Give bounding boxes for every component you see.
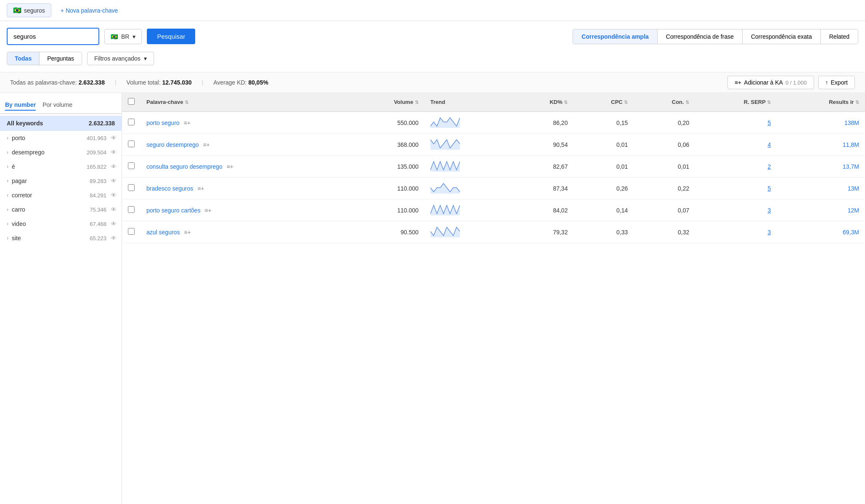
chevron-down-icon: ▾ xyxy=(144,55,147,62)
trend-cell xyxy=(425,156,511,178)
keyword-cell[interactable]: porto seguro ≡+ xyxy=(141,111,348,134)
sort-por-volume[interactable]: Por volume xyxy=(42,100,72,110)
match-tabs: Correspondência ampla Correspondência de… xyxy=(573,29,858,44)
sidebar-item[interactable]: › pagar 89.283 👁 xyxy=(0,174,122,188)
rserp-link[interactable]: 3 xyxy=(767,207,771,214)
volume-cell: 110.000 xyxy=(348,178,425,199)
sidebar-item[interactable]: › corretor 84.291 👁 xyxy=(0,188,122,202)
export-button[interactable]: ↑ Export xyxy=(818,76,855,89)
add-to-list-icon[interactable]: ≡+ xyxy=(204,207,211,214)
new-keyword-button[interactable]: + Nova palavra-chave xyxy=(55,5,124,16)
table-header-row: Palavra-chave ⇅ Volume ⇅ Trend KD% ⇅ CPC xyxy=(122,93,865,111)
row-checkbox[interactable] xyxy=(128,206,135,213)
eye-icon[interactable]: 👁 xyxy=(111,178,117,184)
sort-icon: ⇅ xyxy=(685,100,689,105)
sidebar-item[interactable]: › video 67.468 👁 xyxy=(0,217,122,231)
results-header[interactable]: Results ir ⇅ xyxy=(777,93,865,111)
filter-perguntas[interactable]: Perguntas xyxy=(40,52,82,65)
select-all-checkbox[interactable] xyxy=(128,98,135,105)
sort-by-number[interactable]: By number xyxy=(5,100,36,111)
export-icon: ↑ xyxy=(825,79,828,86)
sidebar-item[interactable]: › carro 75.346 👁 xyxy=(0,202,122,217)
row-checkbox[interactable] xyxy=(128,141,135,147)
con-cell: 0,20 xyxy=(634,111,695,134)
eye-icon[interactable]: 👁 xyxy=(111,220,117,227)
eye-icon[interactable]: 👁 xyxy=(111,163,117,170)
tab-related[interactable]: Related xyxy=(821,29,858,44)
keyword-header[interactable]: Palavra-chave ⇅ xyxy=(141,93,348,111)
country-selector[interactable]: 🇧🇷 BR ▾ xyxy=(104,29,142,44)
eye-icon[interactable]: 👁 xyxy=(111,206,117,213)
sidebar-item-label: carro xyxy=(12,206,90,213)
cpc-header[interactable]: CPC ⇅ xyxy=(573,93,634,111)
rserp-link[interactable]: 2 xyxy=(767,163,771,170)
add-to-list-icon[interactable]: ≡+ xyxy=(226,163,233,170)
results-cell: 13,7M xyxy=(777,156,865,178)
results-link[interactable]: 138M xyxy=(844,119,859,126)
trend-header[interactable]: Trend xyxy=(425,93,511,111)
volume-total-stat: Volume total: 12.745.030 xyxy=(127,79,192,86)
rserp-cell: 5 xyxy=(695,178,777,199)
results-link[interactable]: 13,7M xyxy=(843,163,859,170)
keyword-cell[interactable]: consulta seguro desemprego ≡+ xyxy=(141,156,348,178)
volume-cell: 550.000 xyxy=(348,111,425,134)
results-link[interactable]: 69,3M xyxy=(843,229,859,236)
keyword-cell[interactable]: bradesco seguros ≡+ xyxy=(141,178,348,199)
chevron-right-icon: › xyxy=(7,164,8,170)
results-cell: 13M xyxy=(777,178,865,199)
tab-correspondencia-frase[interactable]: Correspondência de frase xyxy=(658,29,743,44)
eye-icon[interactable]: 👁 xyxy=(111,135,117,141)
con-header[interactable]: Con. ⇅ xyxy=(634,93,695,111)
table-row: bradesco seguros ≡+ 110.000 87,34 0,26 0… xyxy=(122,178,865,199)
rserp-cell: 5 xyxy=(695,111,777,134)
eye-icon[interactable]: 👁 xyxy=(111,149,117,156)
sort-icon: ⇅ xyxy=(564,100,568,105)
add-to-list-icon[interactable]: ≡+ xyxy=(203,141,210,148)
brazil-flag-icon: 🇧🇷 xyxy=(13,6,21,14)
results-link[interactable]: 11,8M xyxy=(843,141,859,148)
add-to-list-icon[interactable]: ≡+ xyxy=(184,119,191,126)
kd-header[interactable]: KD% ⇅ xyxy=(511,93,573,111)
filter-todas[interactable]: Todas xyxy=(7,52,40,65)
tab-label: seguros xyxy=(24,7,45,14)
advanced-filter-button[interactable]: Filtros avançados ▾ xyxy=(87,52,154,65)
sidebar-item[interactable]: › desemprego 209.504 👁 xyxy=(0,145,122,159)
table-row: porto seguro ≡+ 550.000 86,20 0,15 0,20 … xyxy=(122,111,865,134)
keyword-cell[interactable]: azul seguros ≡+ xyxy=(141,221,348,243)
rserp-link[interactable]: 5 xyxy=(767,119,771,126)
all-keywords-item[interactable]: All keywords 2.632.338 xyxy=(0,116,122,131)
table-row: porto seguro cartões ≡+ 110.000 84,02 0,… xyxy=(122,199,865,221)
add-to-ka-icon: ≡+ xyxy=(735,79,741,86)
row-checkbox[interactable] xyxy=(128,184,135,191)
sidebar-item[interactable]: › é 165.822 👁 xyxy=(0,159,122,174)
results-link[interactable]: 13M xyxy=(848,185,859,192)
action-buttons: ≡+ Adicionar à KA 0 / 1.000 ↑ Export xyxy=(727,76,855,89)
eye-icon[interactable]: 👁 xyxy=(111,192,117,199)
keyword-cell[interactable]: seguro desemprego ≡+ xyxy=(141,134,348,156)
volume-header[interactable]: Volume ⇅ xyxy=(348,93,425,111)
add-to-ka-button[interactable]: ≡+ Adicionar à KA 0 / 1.000 xyxy=(727,76,814,89)
seguros-tab[interactable]: 🇧🇷 seguros xyxy=(7,3,51,17)
kd-cell: 86,20 xyxy=(511,111,573,134)
sidebar-item-count: 65.223 xyxy=(90,235,106,241)
tab-correspondencia-exata[interactable]: Correspondência exata xyxy=(743,29,821,44)
rserp-link[interactable]: 5 xyxy=(767,185,771,192)
rserp-link[interactable]: 3 xyxy=(767,229,771,236)
sidebar-item[interactable]: › site 65.223 👁 xyxy=(0,231,122,245)
rserp-header[interactable]: R. SERP ⇅ xyxy=(695,93,777,111)
search-button[interactable]: Pesquisar xyxy=(147,29,195,44)
add-to-list-icon[interactable]: ≡+ xyxy=(197,185,204,192)
eye-icon[interactable]: 👁 xyxy=(111,235,117,241)
row-checkbox[interactable] xyxy=(128,162,135,169)
results-link[interactable]: 12M xyxy=(848,207,859,214)
chevron-right-icon: › xyxy=(7,149,8,155)
add-to-list-icon[interactable]: ≡+ xyxy=(184,229,191,236)
sidebar-item[interactable]: › porto 401.963 👁 xyxy=(0,131,122,145)
row-checkbox[interactable] xyxy=(128,119,135,125)
search-input[interactable] xyxy=(7,28,99,45)
chevron-right-icon: › xyxy=(7,235,8,241)
tab-correspondencia-ampla[interactable]: Correspondência ampla xyxy=(573,29,658,44)
row-checkbox[interactable] xyxy=(128,228,135,235)
keyword-cell[interactable]: porto seguro cartões ≡+ xyxy=(141,199,348,221)
rserp-link[interactable]: 4 xyxy=(767,141,771,148)
